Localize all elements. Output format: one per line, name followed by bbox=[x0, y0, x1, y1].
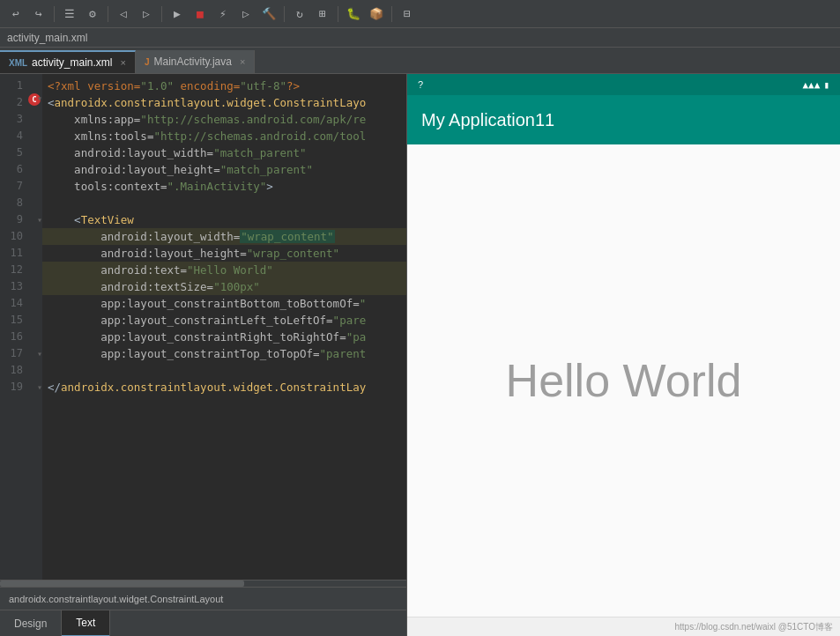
app-title: My Application11 bbox=[421, 110, 554, 130]
toolbar: ↩ ↪ ☰ ⚙ ◁ ▷ ▶ ■ ⚡ ▷ 🔨 ↻ ⊞ 🐛 📦 ⊟ bbox=[0, 0, 840, 28]
gutter: C ▾ ▾ ▾ ▾ bbox=[26, 74, 42, 580]
xml-decl: <?xml version= bbox=[48, 79, 140, 92]
tab-java[interactable]: J MainActivity.java × bbox=[136, 50, 255, 73]
code-line-2: <androidx.constraintlayout.widget.Constr… bbox=[42, 94, 406, 111]
line-num: 14 bbox=[11, 297, 23, 309]
code-line-18 bbox=[42, 362, 406, 379]
toolbar-undo[interactable]: ↩ bbox=[5, 4, 26, 25]
code-line-10: android:layout_width="wrap_content" bbox=[42, 228, 406, 245]
toolbar-attach[interactable]: ⚡ bbox=[212, 4, 234, 25]
code-line-13: android:textSize="100px" bbox=[42, 278, 406, 295]
code-content[interactable]: <?xml version="1.0" encoding="utf-8"?> <… bbox=[42, 74, 406, 580]
line-num: 17 bbox=[11, 347, 23, 359]
toolbar-sep-3 bbox=[161, 6, 162, 22]
toolbar-run-debug[interactable]: ▶ bbox=[167, 4, 188, 25]
code-line-19: </androidx.constraintlayout.widget.Const… bbox=[42, 379, 406, 396]
tab-xml-close[interactable]: × bbox=[120, 57, 125, 68]
preview-panel: ? ▲▲▲ ▮ My Application11 Hello World htt… bbox=[407, 74, 840, 636]
code-line-11: android:layout_height="wrap_content" bbox=[42, 245, 406, 262]
line-num: 1 bbox=[17, 79, 23, 92]
preview-status: https://blog.csdn.net/waixl @51CTO博客 bbox=[407, 617, 840, 636]
tab-text-label: Text bbox=[76, 617, 95, 629]
editor-scrollbar[interactable] bbox=[0, 580, 406, 587]
line-num: 10 bbox=[11, 230, 23, 242]
tab-java-close[interactable]: × bbox=[240, 56, 245, 67]
preview-header: My Application11 bbox=[407, 95, 840, 144]
code-line-6: android:layout_height="match_parent" bbox=[42, 161, 406, 178]
status-text: androidx.constraintlayout.widget.Constra… bbox=[9, 594, 223, 604]
toolbar-build2[interactable]: 🔨 bbox=[258, 4, 279, 25]
line-num: 15 bbox=[11, 314, 23, 326]
code-line-8 bbox=[42, 195, 406, 211]
line-num: 8 bbox=[17, 196, 23, 209]
main-content: 1 2 3 4 5 6 7 8 9 10 11 12 13 14 15 16 1… bbox=[0, 74, 840, 636]
line-num: 2 bbox=[17, 96, 23, 108]
xml-icon: XML bbox=[9, 58, 27, 68]
java-icon: J bbox=[145, 57, 150, 67]
status-icons: ▲▲▲ ▮ bbox=[803, 79, 830, 91]
line-num: 11 bbox=[11, 247, 23, 259]
line-num: 7 bbox=[17, 180, 23, 192]
signal-icon: ▲▲▲ bbox=[803, 79, 821, 91]
toolbar-sep-5 bbox=[338, 6, 338, 22]
breakpoint-icon: C bbox=[32, 95, 36, 104]
status-bar: androidx.constraintlayout.widget.Constra… bbox=[0, 587, 406, 610]
line-numbers: 1 2 3 4 5 6 7 8 9 10 11 12 13 14 15 16 1… bbox=[0, 74, 26, 580]
toolbar-sep-4 bbox=[284, 6, 285, 22]
toolbar-deploy[interactable]: ⊞ bbox=[312, 4, 333, 25]
code-line-5: android:layout_width="match_parent" bbox=[42, 144, 406, 161]
toolbar-run[interactable]: ▷ bbox=[235, 4, 256, 25]
bottom-tabs: Design Text bbox=[0, 610, 406, 636]
tab-bar: XML activity_main.xml × J MainActivity.j… bbox=[0, 48, 840, 74]
line-num: 4 bbox=[17, 129, 23, 142]
toolbar-back[interactable]: ◁ bbox=[113, 4, 134, 25]
wifi-icon: ? bbox=[418, 79, 423, 90]
toolbar-sync[interactable]: ↻ bbox=[289, 4, 310, 25]
toolbar-terminal[interactable]: ⊟ bbox=[397, 4, 418, 25]
tab-xml[interactable]: XML activity_main.xml × bbox=[0, 50, 136, 73]
hello-world-label: Hello World bbox=[506, 354, 742, 407]
code-line-3: xmlns:app="http://schemas.android.com/ap… bbox=[42, 111, 406, 128]
toolbar-list[interactable]: ☰ bbox=[59, 4, 80, 25]
battery-icon: ▮ bbox=[823, 79, 829, 91]
toolbar-apk[interactable]: 📦 bbox=[366, 4, 387, 25]
line-num: 18 bbox=[11, 364, 23, 376]
toolbar-debug[interactable]: 🐛 bbox=[343, 4, 364, 25]
title-bar: activity_main.xml bbox=[0, 28, 840, 48]
tab-design-label: Design bbox=[14, 618, 47, 630]
line-num: 16 bbox=[11, 330, 23, 343]
code-line-9: <TextView bbox=[42, 211, 406, 228]
toolbar-stop[interactable]: ■ bbox=[190, 4, 211, 25]
code-line-1: <?xml version="1.0" encoding="utf-8"?> bbox=[42, 78, 406, 94]
window-title: activity_main.xml bbox=[7, 32, 87, 44]
toolbar-sep-2 bbox=[108, 6, 108, 22]
line-num: 5 bbox=[17, 146, 23, 159]
preview-body: Hello World bbox=[407, 144, 840, 617]
code-line-7: tools:context=".MainActivity"> bbox=[42, 178, 406, 195]
toolbar-forward[interactable]: ▷ bbox=[136, 4, 157, 25]
device-status-bar: ? ▲▲▲ ▮ bbox=[407, 74, 840, 95]
code-area[interactable]: 1 2 3 4 5 6 7 8 9 10 11 12 13 14 15 16 1… bbox=[0, 74, 406, 580]
toolbar-sep-1 bbox=[54, 6, 55, 22]
code-line-17: app:layout_constraintTop_toTopOf="parent bbox=[42, 345, 406, 362]
code-line-15: app:layout_constraintLeft_toLeftOf="pare bbox=[42, 312, 406, 329]
editor-panel: 1 2 3 4 5 6 7 8 9 10 11 12 13 14 15 16 1… bbox=[0, 74, 407, 636]
line-num: 3 bbox=[17, 113, 23, 125]
tab-java-label: MainActivity.java bbox=[153, 55, 231, 68]
toolbar-sep-6 bbox=[391, 6, 392, 22]
tab-xml-label: activity_main.xml bbox=[32, 56, 112, 69]
tab-text[interactable]: Text bbox=[62, 610, 110, 637]
code-line-4: xmlns:tools="http://schemas.android.com/… bbox=[42, 128, 406, 144]
preview-url: https://blog.csdn.net/waixl @51CTO博客 bbox=[675, 621, 834, 633]
tab-design[interactable]: Design bbox=[0, 610, 62, 637]
toolbar-redo[interactable]: ↪ bbox=[28, 4, 49, 25]
toolbar-build[interactable]: ⚙ bbox=[82, 4, 103, 25]
code-line-14: app:layout_constraintBottom_toBottomOf=" bbox=[42, 295, 406, 312]
code-line-12: android:text="Hello World" bbox=[42, 262, 406, 278]
line-num: 6 bbox=[17, 163, 23, 175]
line-num: 12 bbox=[11, 263, 23, 276]
code-line-16: app:layout_constraintRight_toRightOf="pa bbox=[42, 329, 406, 345]
line-num: 19 bbox=[11, 381, 23, 393]
line-num: 13 bbox=[11, 280, 23, 292]
line-num: 9 bbox=[17, 213, 23, 226]
